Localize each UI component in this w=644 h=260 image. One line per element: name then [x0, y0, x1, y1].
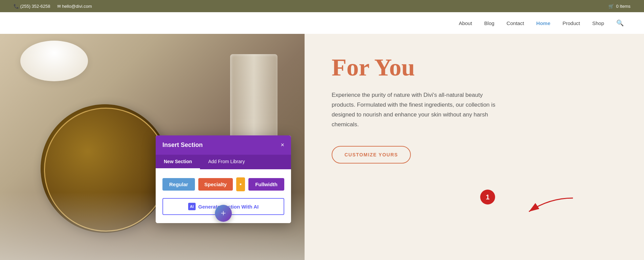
modal-header: Insert Section × [156, 135, 291, 155]
bowl-decoration [20, 41, 88, 81]
customize-button[interactable]: CUSTOMIZE YOURS [332, 146, 411, 164]
email-address: hello@divi.com [62, 4, 92, 9]
insert-section-modal: Insert Section × New Section Add From Li… [156, 135, 291, 229]
nav-product[interactable]: Product [562, 20, 580, 26]
step-badge: 1 [480, 190, 495, 204]
email-info: ✉ hello@divi.com [57, 4, 92, 9]
modal-close-button[interactable]: × [281, 142, 284, 149]
email-icon: ✉ [57, 4, 61, 9]
add-section-button[interactable]: + [215, 205, 232, 222]
tab-add-from-library[interactable]: Add From Library [200, 155, 253, 169]
modal-tabs: New Section Add From Library [156, 155, 291, 169]
top-bar-left: 📞 (255) 352-6258 ✉ hello@divi.com [14, 4, 92, 9]
annotation-arrow [522, 195, 576, 215]
fullwidth-section-button[interactable]: Fullwidth [248, 178, 284, 191]
nav-blog[interactable]: Blog [484, 20, 494, 26]
nav-about[interactable]: About [459, 20, 472, 26]
hero-title: For You [332, 54, 617, 81]
nav-contact[interactable]: Contact [507, 20, 524, 26]
hero-description: Experience the purity of nature with Div… [332, 90, 501, 130]
top-bar-right: 🛒 0 Items [608, 4, 630, 9]
phone-icon: 📞 [14, 4, 19, 9]
top-bar: 📞 (255) 352-6258 ✉ hello@divi.com 🛒 0 It… [0, 0, 644, 12]
ai-icon: AI [188, 203, 196, 210]
nav-home[interactable]: Home [536, 20, 551, 26]
cart-icon: 🛒 [608, 4, 614, 9]
glass-decoration [230, 54, 277, 149]
nav-shop[interactable]: Shop [592, 20, 604, 26]
hero-content: For You Experience the purity of nature … [305, 34, 644, 260]
specialty-section-button[interactable]: Specialty [198, 178, 233, 191]
main-content: For You Experience the purity of nature … [0, 34, 644, 260]
phone-info: 📞 (255) 352-6258 [14, 4, 50, 9]
search-icon[interactable]: 🔍 [616, 19, 624, 27]
cart-count[interactable]: 0 Items [616, 4, 630, 9]
nav-bar: About Blog Contact Home Product Shop 🔍 [0, 12, 644, 34]
phone-number: (255) 352-6258 [20, 4, 50, 9]
specialty-option-button[interactable]: ▪ [236, 177, 245, 191]
modal-title: Insert Section [162, 142, 203, 149]
regular-section-button[interactable]: Regular [162, 178, 195, 191]
section-type-buttons: Regular Specialty ▪ Fullwidth [162, 177, 284, 191]
tab-new-section[interactable]: New Section [156, 155, 200, 169]
